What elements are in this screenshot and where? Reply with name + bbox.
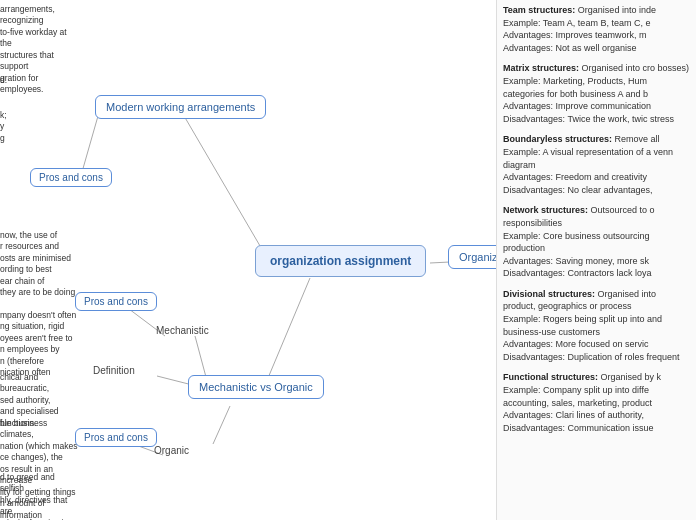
definition-label: Definition [93,365,135,376]
organic-label: Organic [154,445,189,456]
modern-node-label: Modern working arrangements [106,101,255,113]
team-header: Team structures: [503,5,578,15]
team-body: Organised into inde [578,5,656,15]
left-text-1: arrangements, recognizingto-five workday… [0,4,80,96]
network-advantages: Advantages: Saving money, more sk [503,256,649,266]
matrix-advantages: Advantages: Improve communication [503,101,651,111]
pros-cons-top-box[interactable]: Pros and cons [30,168,112,187]
right-section-functional: Functional structures: Organised by k Ex… [503,371,690,434]
matrix-header: Matrix structures: [503,63,582,73]
pros-cons-mid-node[interactable]: Pros and cons [75,292,157,311]
functional-header: Functional structures: [503,372,601,382]
center-node[interactable]: organization assignment [255,245,426,277]
functional-body: Organised by k [601,372,662,382]
network-disadvantages: Disadvantages: Contractors lack loya [503,268,652,278]
mechanistic-node[interactable]: Mechanistic [148,322,217,339]
boundaryless-advantages: Advantages: Freedom and creativity [503,172,647,182]
matrix-disadvantages: Disadvantages: Twice the work, twic stre… [503,114,674,124]
mechanistic-box[interactable]: Mechanistic [148,322,217,339]
right-section-network: Network structures: Outsourced to o resp… [503,204,690,280]
svg-line-6 [213,406,230,444]
modern-node[interactable]: Modern working arrangements [95,95,266,119]
boundaryless-example: Example: A visual representation of a ve… [503,147,673,170]
network-header: Network structures: [503,205,591,215]
functional-advantages: Advantages: Clari lines of authority, [503,410,644,420]
right-section-matrix: Matrix structures: Organised into cro bo… [503,62,690,125]
svg-line-2 [268,278,310,378]
mind-map-canvas: arrangements, recognizingto-five workday… [0,0,696,520]
pros-cons-mid-label: Pros and cons [84,296,148,307]
right-section-boundaryless: Boundaryless structures: Remove all Exam… [503,133,690,196]
boundaryless-body: Remove all [615,134,660,144]
pros-cons-mid-box[interactable]: Pros and cons [75,292,157,311]
left-text-3: k;yg [0,110,7,144]
svg-line-0 [180,109,270,263]
divisional-example: Example: Rogers being split up into and … [503,314,662,337]
right-section-divisional: Divisional structures: Organised into pr… [503,288,690,364]
organic-node[interactable]: Organic [146,442,197,459]
mech-organic-label: Mechanistic vs Organic [199,381,313,393]
modern-node-box[interactable]: Modern working arrangements [95,95,266,119]
svg-line-1 [430,262,450,263]
divisional-disadvantages: Disadvantages: Duplication of roles freq… [503,352,680,362]
left-text-8: d to greed and selfishhly, directives th… [0,472,80,520]
functional-example: Example: Company split up into diffe acc… [503,385,652,408]
left-text-4: now, the use ofr resources andosts are m… [0,230,75,299]
center-node-label: organization assignment [270,254,411,268]
pros-cons-bot-node[interactable]: Pros and cons [75,428,157,447]
pros-cons-top-label: Pros and cons [39,172,103,183]
definition-box[interactable]: Definition [85,362,143,379]
right-panel: Team structures: Organised into inde Exa… [496,0,696,520]
organic-box[interactable]: Organic [146,442,197,459]
pros-cons-top-node[interactable]: Pros and cons [30,168,112,187]
boundaryless-disadvantages: Disadvantages: No clear advantages, [503,185,653,195]
mech-organic-box[interactable]: Mechanistic vs Organic [188,375,324,399]
right-section-team: Team structures: Organised into inde Exa… [503,4,690,54]
pros-cons-bot-box[interactable]: Pros and cons [75,428,157,447]
boundaryless-header: Boundaryless structures: [503,134,615,144]
functional-disadvantages: Disadvantages: Communication issue [503,423,654,433]
divisional-header: Divisional structures: [503,289,598,299]
left-text-5: mpany doesn't oftenng situation, rigidoy… [0,310,76,379]
matrix-body: Organised into cro bosses) [582,63,690,73]
divisional-advantages: Advantages: More focused on servic [503,339,649,349]
left-panel: arrangements, recognizingto-five workday… [0,0,85,520]
center-node-box[interactable]: organization assignment [255,245,426,277]
matrix-example: Example: Marketing, Products, Hum catego… [503,76,648,99]
mech-organic-node[interactable]: Mechanistic vs Organic [188,375,324,399]
left-text-2: d. [0,75,7,86]
definition-node[interactable]: Definition [85,362,143,379]
mechanistic-label: Mechanistic [156,325,209,336]
network-example: Example: Core business outsourcing produ… [503,231,650,254]
pros-cons-bot-label: Pros and cons [84,432,148,443]
team-example: Example: Team A, team B, team C, e [503,18,650,28]
team-disadvantages: Advantages: Not as well organise [503,43,637,53]
team-advantages: Advantages: Improves teamwork, m [503,30,647,40]
